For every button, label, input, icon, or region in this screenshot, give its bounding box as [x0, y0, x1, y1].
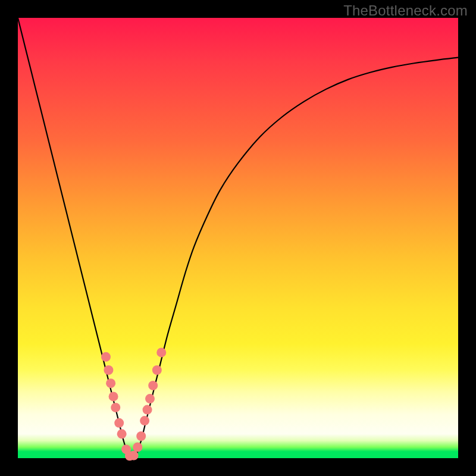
data-marker: [140, 416, 149, 425]
data-marker: [104, 365, 113, 375]
chart-frame: TheBottleneck.com: [0, 0, 476, 476]
watermark-text: TheBottleneck.com: [343, 2, 468, 19]
data-marker: [114, 418, 124, 428]
curve-layer: [18, 18, 458, 458]
data-marker: [148, 381, 158, 390]
bottleneck-curve: [18, 18, 458, 458]
data-marker: [101, 352, 111, 362]
data-marker: [143, 405, 152, 415]
plot-area: [18, 18, 458, 458]
data-marker: [133, 443, 142, 452]
data-marker: [106, 378, 115, 388]
data-marker: [145, 394, 155, 403]
data-marker: [109, 392, 118, 401]
data-marker: [129, 451, 139, 461]
marker-group: [101, 347, 166, 461]
data-marker: [136, 431, 146, 441]
data-marker: [111, 403, 120, 412]
data-marker: [117, 429, 127, 439]
data-marker: [156, 347, 166, 357]
data-marker: [152, 365, 162, 375]
